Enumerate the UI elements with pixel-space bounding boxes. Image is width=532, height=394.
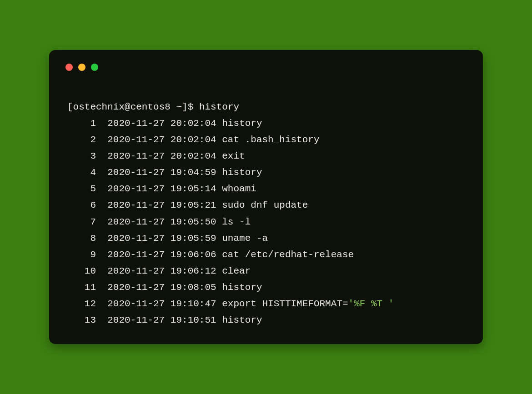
history-ts: 2020-11-27 19:06:12 xyxy=(107,266,216,276)
history-cmd: clear xyxy=(222,266,251,276)
history-cmd: cat .bash_history xyxy=(222,135,319,145)
history-row: 92020-11-27 19:06:06 cat /etc/redhat-rel… xyxy=(67,249,354,260)
history-cmd-prefix: export HISTTIMEFORMAT= xyxy=(222,299,348,309)
window-title-bar xyxy=(63,59,469,81)
history-num: 13 xyxy=(67,312,96,329)
prompt-user: ostechnix xyxy=(73,102,125,112)
history-num: 5 xyxy=(67,181,96,197)
history-cmd: ls -l xyxy=(222,217,251,227)
history-cmd: cat /etc/redhat-release xyxy=(222,249,354,260)
history-ts: 2020-11-27 19:05:14 xyxy=(107,184,216,194)
history-row: 112020-11-27 19:08:05 history xyxy=(67,282,262,293)
history-row: 32020-11-27 20:02:04 exit xyxy=(67,151,245,161)
history-cmd: uname -a xyxy=(222,233,268,244)
history-row: 12020-11-27 20:02:04 history xyxy=(67,118,262,129)
history-num: 2 xyxy=(67,132,96,148)
history-num: 1 xyxy=(67,115,96,132)
history-ts: 2020-11-27 20:02:04 xyxy=(107,135,216,145)
history-ts: 2020-11-27 19:05:59 xyxy=(107,233,216,244)
history-ts: 2020-11-27 19:08:05 xyxy=(107,282,216,293)
history-ts: 2020-11-27 20:02:04 xyxy=(107,151,216,161)
history-ts: 2020-11-27 19:06:06 xyxy=(107,249,216,260)
history-cmd: history xyxy=(222,118,262,129)
history-row: 132020-11-27 19:10:51 history xyxy=(67,315,262,325)
prompt-path: ~ xyxy=(176,102,182,112)
history-num: 3 xyxy=(67,148,96,165)
history-num: 11 xyxy=(67,279,96,296)
history-ts: 2020-11-27 19:04:59 xyxy=(107,167,216,178)
prompt-host: centos8 xyxy=(130,102,171,112)
history-num: 8 xyxy=(67,230,96,247)
history-cmd: history xyxy=(222,282,262,293)
history-row: 22020-11-27 20:02:04 cat .bash_history xyxy=(67,135,320,145)
history-row: 72020-11-27 19:05:50 ls -l xyxy=(67,217,251,227)
prompt-command: history xyxy=(199,102,239,112)
history-num: 4 xyxy=(67,165,96,181)
terminal-output[interactable]: [ostechnix@centos8 ~]$ history 12020-11-… xyxy=(63,81,469,331)
terminal-window: [ostechnix@centos8 ~]$ history 12020-11-… xyxy=(49,50,483,344)
history-num: 10 xyxy=(67,263,96,279)
prompt-symbol: $ xyxy=(188,102,194,112)
history-ts: 2020-11-27 19:10:47 xyxy=(107,299,216,309)
history-row: 102020-11-27 19:06:12 clear xyxy=(67,266,251,276)
prompt-line: [ostechnix@centos8 ~]$ history xyxy=(67,102,239,112)
history-cmd: history xyxy=(222,167,262,178)
history-cmd-string: '%F %T ' xyxy=(348,299,394,309)
minimize-icon[interactable] xyxy=(78,64,85,71)
history-cmd: whoami xyxy=(222,184,256,194)
history-cmd: sudo dnf update xyxy=(222,200,308,210)
history-row: 82020-11-27 19:05:59 uname -a xyxy=(67,233,268,244)
history-num: 12 xyxy=(67,296,96,312)
history-cmd: history xyxy=(222,315,262,325)
close-icon[interactable] xyxy=(65,64,73,71)
history-row: 42020-11-27 19:04:59 history xyxy=(67,167,262,178)
history-ts: 2020-11-27 19:05:50 xyxy=(107,217,216,227)
maximize-icon[interactable] xyxy=(91,64,98,71)
history-ts: 2020-11-27 20:02:04 xyxy=(107,118,216,129)
history-row: 62020-11-27 19:05:21 sudo dnf update xyxy=(67,200,308,210)
history-row: 52020-11-27 19:05:14 whoami xyxy=(67,184,256,194)
history-ts: 2020-11-27 19:05:21 xyxy=(107,200,216,210)
history-num: 6 xyxy=(67,197,96,214)
history-num: 7 xyxy=(67,214,96,230)
history-ts: 2020-11-27 19:10:51 xyxy=(107,315,216,325)
history-cmd: exit xyxy=(222,151,245,161)
history-row: 122020-11-27 19:10:47 export HISTTIMEFOR… xyxy=(67,299,394,309)
history-num: 9 xyxy=(67,247,96,263)
